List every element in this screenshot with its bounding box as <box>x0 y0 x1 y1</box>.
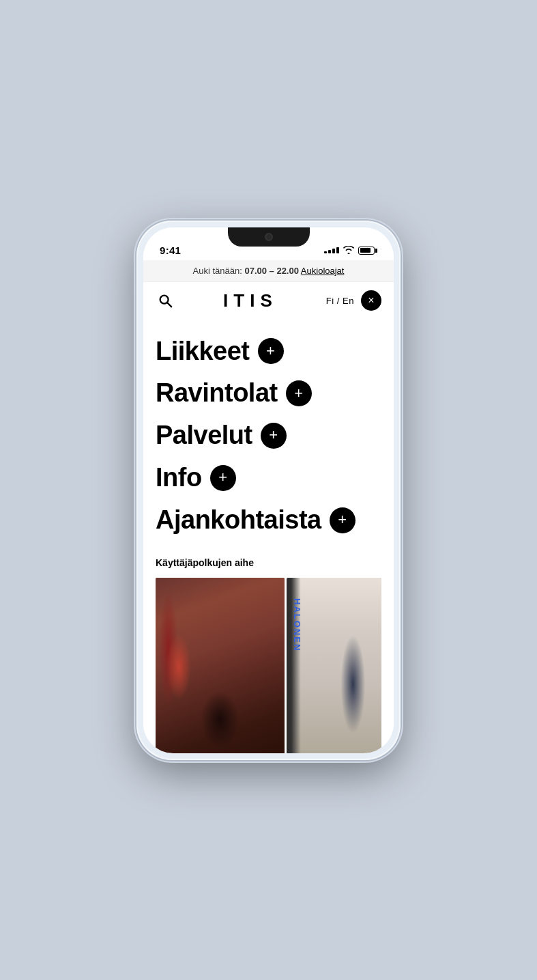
nav-item-ravintolat[interactable]: Ravintolat + <box>156 372 381 415</box>
image-mall-child <box>287 578 381 753</box>
phone-screen: 9:41 <box>143 227 394 753</box>
plus-icon: + <box>294 386 303 401</box>
signal-bar-2 <box>328 250 331 253</box>
svg-line-1 <box>167 303 171 307</box>
nav-expand-ajankohtaista[interactable]: + <box>330 507 355 533</box>
search-icon <box>158 293 173 308</box>
signal-bar-4 <box>336 247 339 253</box>
close-icon: × <box>368 294 374 307</box>
phone-frame: 9:41 <box>136 221 401 760</box>
battery-body <box>358 247 375 255</box>
nav-label-liikkeet: Liikkeet <box>156 337 250 366</box>
scroll-content[interactable]: Liikkeet + Ravintolat + Palvelut + <box>143 320 394 753</box>
plus-icon: + <box>269 428 278 443</box>
plus-icon: + <box>338 512 347 527</box>
image-grid <box>156 578 381 753</box>
lang-fi[interactable]: Fi <box>326 296 334 306</box>
plus-icon: + <box>218 470 227 485</box>
nav-expand-palvelut[interactable]: + <box>261 423 287 449</box>
info-bar: Auki tänään: 07.00 – 22.00 Aukioloajat <box>143 260 394 282</box>
nav-item-liikkeet[interactable]: Liikkeet + <box>156 331 381 373</box>
status-bar: 9:41 <box>143 227 394 260</box>
nav-expand-liikkeet[interactable]: + <box>258 338 284 364</box>
battery-fill <box>360 248 371 253</box>
signal-icon <box>324 247 339 253</box>
main-nav: Liikkeet + Ravintolat + Palvelut + <box>143 320 394 547</box>
status-icons <box>324 245 377 256</box>
wifi-icon <box>343 245 354 256</box>
signal-bar-1 <box>324 251 327 253</box>
plus-icon: + <box>266 344 275 359</box>
category-label: Käyttäjäpolkujen aihe <box>156 557 381 568</box>
header-right: Fi / En × <box>326 290 381 311</box>
hours-value: 07.00 – 22.00 <box>244 266 299 276</box>
nav-label-ajankohtaista: Ajankohtaista <box>156 506 321 535</box>
category-section: Käyttäjäpolkujen aihe <box>143 546 394 753</box>
nav-item-ajankohtaista[interactable]: Ajankohtaista + <box>156 499 381 542</box>
nav-label-info: Info <box>156 464 202 492</box>
hours-prefix: Auki tänään: <box>193 266 245 276</box>
battery-icon <box>358 247 377 255</box>
battery-tip <box>375 249 377 253</box>
photo-left <box>156 578 285 753</box>
notch <box>228 227 310 247</box>
status-time: 9:41 <box>160 244 181 256</box>
nav-expand-info[interactable]: + <box>210 465 236 491</box>
image-couple <box>156 578 285 753</box>
nav-label-ravintolat: Ravintolat <box>156 379 278 408</box>
photo-right <box>287 578 381 753</box>
signal-bar-3 <box>332 249 335 253</box>
camera <box>265 233 273 241</box>
nav-item-palvelut[interactable]: Palvelut + <box>156 415 381 457</box>
search-button[interactable] <box>156 291 175 310</box>
close-menu-button[interactable]: × <box>361 290 381 311</box>
header: ITIS Fi / En × <box>143 282 394 320</box>
lang-separator: / <box>337 296 340 306</box>
site-logo[interactable]: ITIS <box>223 290 278 311</box>
lang-en[interactable]: En <box>343 296 354 306</box>
nav-expand-ravintolat[interactable]: + <box>286 380 312 406</box>
language-switcher[interactable]: Fi / En <box>326 296 354 306</box>
nav-label-palvelut: Palvelut <box>156 421 252 450</box>
opening-hours-link[interactable]: Aukioloajat <box>301 266 345 276</box>
nav-item-info[interactable]: Info + <box>156 457 381 499</box>
